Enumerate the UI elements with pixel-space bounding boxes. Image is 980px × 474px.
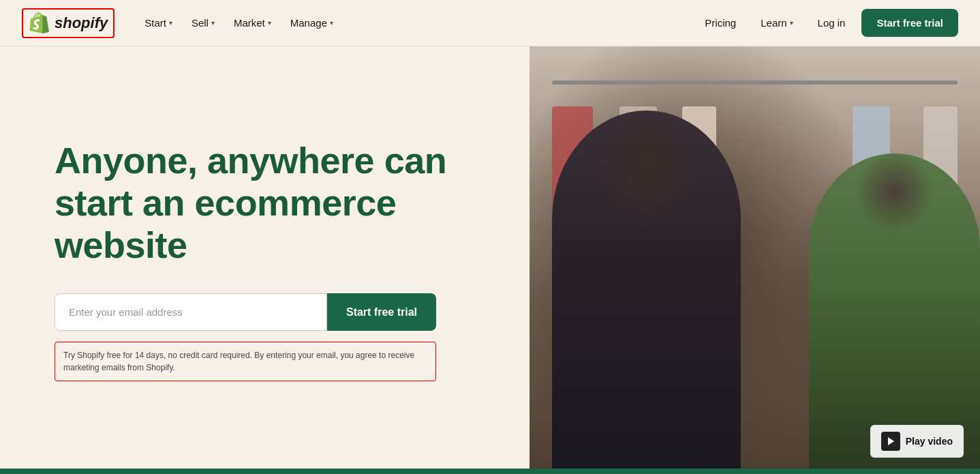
bottom-bar [0, 469, 980, 474]
start-free-trial-button[interactable]: Start free trial [327, 293, 436, 331]
play-video-label: Play video [906, 436, 953, 447]
chevron-down-icon: ▾ [268, 19, 271, 27]
play-video-button[interactable]: Play video [870, 425, 964, 458]
chevron-down-icon: ▾ [211, 19, 215, 27]
shopify-logo-icon [29, 12, 50, 34]
email-form: Start free trial [55, 293, 436, 331]
logo[interactable]: shopify [22, 8, 114, 38]
nav-right: Pricing Learn ▾ Log in Start free trial [694, 9, 958, 37]
play-triangle-icon [888, 437, 894, 445]
nav-start-free-trial-button[interactable]: Start free trial [861, 9, 958, 37]
hero-content: Anyone, anywhere can start an ecommerce … [0, 46, 530, 474]
nav-manage[interactable]: Manage ▾ [282, 12, 341, 34]
logo-text: shopify [55, 14, 108, 32]
nav-pricing-link[interactable]: Pricing [694, 12, 747, 34]
hero-headline: Anyone, anywhere can start an ecommerce … [55, 139, 475, 266]
chevron-down-icon: ▾ [330, 19, 333, 27]
disclaimer-text: Try Shopify free for 14 days, no credit … [55, 342, 436, 381]
nav-links: Start ▾ Sell ▾ Market ▾ Manage ▾ [136, 12, 694, 34]
play-icon [881, 432, 900, 451]
nav-start[interactable]: Start ▾ [136, 12, 181, 34]
hero-image: Play video [530, 46, 980, 474]
hero-photo [530, 46, 980, 474]
chevron-down-icon: ▾ [790, 19, 793, 27]
clothing-rack-bar [552, 80, 958, 85]
hero-section: Anyone, anywhere can start an ecommerce … [0, 46, 980, 474]
nav-sell[interactable]: Sell ▾ [183, 12, 223, 34]
navigation: shopify Start ▾ Sell ▾ Market ▾ Manage ▾… [0, 0, 980, 46]
nav-login-link[interactable]: Log in [807, 12, 857, 34]
nav-market[interactable]: Market ▾ [226, 12, 279, 34]
nav-learn-link[interactable]: Learn ▾ [752, 12, 801, 34]
person-1-silhouette [552, 110, 741, 474]
chevron-down-icon: ▾ [169, 19, 172, 27]
email-input[interactable] [55, 293, 327, 331]
